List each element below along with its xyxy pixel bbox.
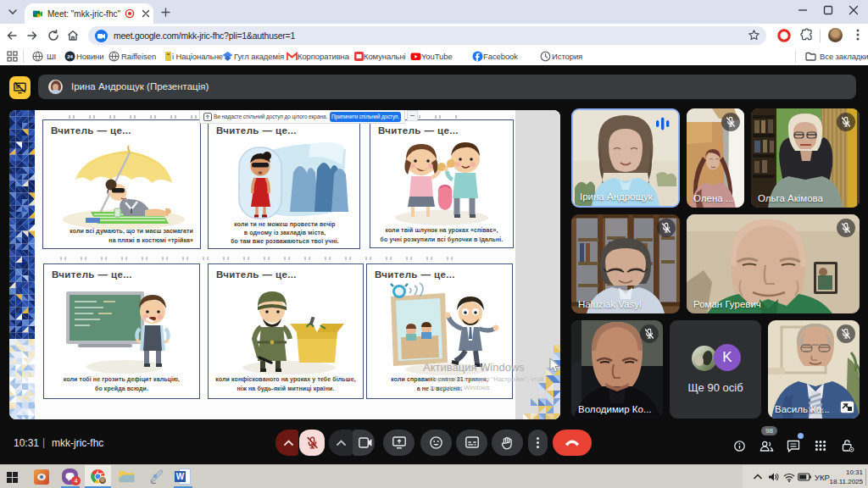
svg-text:24: 24 — [67, 54, 73, 59]
